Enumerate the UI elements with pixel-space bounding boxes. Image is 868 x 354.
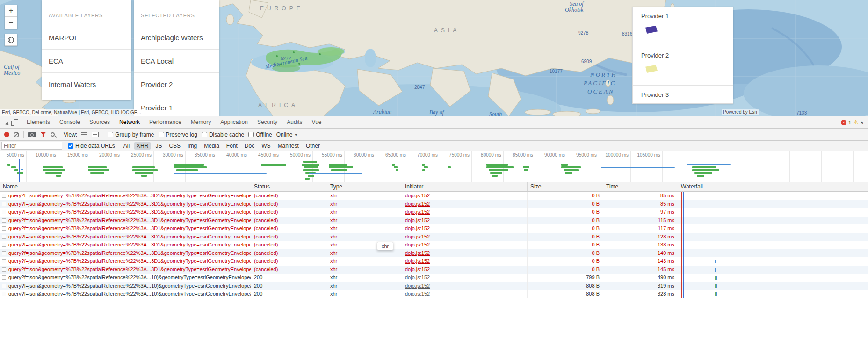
hide-data-urls-checkbox[interactable]: Hide data URLs — [68, 143, 115, 149]
filter-type-ws[interactable]: WS — [259, 142, 273, 150]
overview-bar — [561, 166, 581, 168]
table-row[interactable]: query?f=json&geometry=%7B%22spatialRefer… — [0, 233, 868, 241]
filter-type-js[interactable]: JS — [152, 142, 165, 150]
legend-entry-provider-1[interactable]: Provider 1 — [633, 7, 733, 46]
preserve-log-checkbox[interactable]: Preserve log — [159, 131, 197, 138]
disable-cache-checkbox[interactable]: Disable cache — [202, 131, 244, 138]
tab-elements[interactable]: Elements — [22, 116, 55, 128]
initiator-link[interactable]: dojo.js:152 — [405, 193, 430, 198]
available-layer-eca[interactable]: ECA — [42, 49, 131, 72]
ruler-label: 85000 ms — [501, 152, 533, 158]
column-header-size[interactable]: Size — [528, 182, 603, 191]
table-row[interactable]: query?f=json&geometry=%7B%22spatialRefer… — [0, 266, 868, 274]
clear-icon[interactable] — [14, 132, 19, 137]
small-request-rows-icon[interactable] — [81, 132, 87, 137]
file-icon — [2, 259, 6, 263]
ruler-label: 55000 ms — [311, 152, 342, 158]
table-row[interactable]: query?f=json&geometry=%7B%22spatialRefer… — [0, 282, 868, 290]
selected-layer-provider-2[interactable]: Provider 2 — [134, 72, 219, 96]
group-by-frame-checkbox[interactable]: Group by frame — [108, 131, 154, 138]
filter-funnel-icon[interactable] — [40, 132, 46, 137]
table-row[interactable]: query?f=json&geometry=%7B%22spatialRefer… — [0, 249, 868, 258]
filter-type-media[interactable]: Media — [201, 142, 222, 150]
selected-layer-eca-local[interactable]: ECA Local — [134, 49, 219, 72]
column-header-type[interactable]: Type — [327, 182, 402, 191]
tab-security[interactable]: Security — [253, 116, 282, 128]
initiator-link[interactable]: dojo.js:152 — [405, 291, 430, 296]
request-status: (canceled) — [251, 217, 327, 225]
home-extent-button[interactable] — [5, 34, 17, 46]
selected-layer-provider-1[interactable]: Provider 1 — [134, 96, 219, 116]
table-row[interactable]: query?f=json&geometry=%7B%22spatialRefer… — [0, 200, 868, 209]
tab-audits[interactable]: Audits — [282, 116, 307, 128]
filter-type-other[interactable]: Other — [303, 142, 323, 150]
warning-icon[interactable]: ⚠ — [853, 119, 859, 125]
request-type: xhr — [327, 282, 402, 290]
preserve-log-input[interactable] — [159, 132, 164, 137]
filter-type-css[interactable]: CSS — [166, 142, 183, 150]
map-view[interactable]: NORTHEUROPEASIAAFRICASea ofOkhotskMedite… — [0, 0, 868, 116]
available-layer-internal-waters[interactable]: Internal Waters — [42, 72, 131, 96]
request-waterfall-cell — [678, 257, 868, 266]
tab-console[interactable]: Console — [55, 116, 85, 128]
show-overview-icon[interactable] — [92, 132, 99, 137]
filter-type-manifest[interactable]: Manifest — [275, 142, 302, 150]
initiator-link[interactable]: dojo.js:152 — [405, 225, 430, 231]
initiator-link[interactable]: dojo.js:152 — [405, 258, 430, 264]
overview-bar — [303, 169, 319, 171]
initiator-link[interactable]: dojo.js:152 — [405, 201, 430, 207]
record-button[interactable] — [4, 132, 9, 137]
table-row[interactable]: query?f=json&geometry=%7B%22spatialRefer… — [0, 257, 868, 266]
column-header-waterfall[interactable]: Waterfall — [678, 182, 868, 191]
legend-entry-provider-3[interactable]: Provider 3 — [633, 86, 733, 104]
table-row[interactable]: query?f=json&geometry=%7B%22spatialRefer… — [0, 290, 868, 298]
offline-checkbox[interactable]: Offline — [248, 131, 272, 138]
table-row[interactable]: query?f=json&geometry=%7B%22spatialRefer… — [0, 224, 868, 233]
initiator-link[interactable]: dojo.js:152 — [405, 250, 430, 256]
initiator-link[interactable]: dojo.js:152 — [405, 242, 430, 247]
filter-type-xhr[interactable]: XHR — [134, 142, 151, 150]
column-header-name[interactable]: Name — [0, 182, 251, 191]
device-toolbar-icon[interactable] — [14, 119, 18, 125]
filter-type-all[interactable]: All — [121, 142, 132, 150]
throttling-select[interactable]: Online ▾ — [276, 131, 297, 138]
initiator-link[interactable]: dojo.js:152 — [405, 217, 430, 223]
column-header-status[interactable]: Status — [251, 182, 327, 191]
initiator-link[interactable]: dojo.js:152 — [405, 267, 430, 272]
offline-input[interactable] — [248, 132, 254, 137]
initiator-link[interactable]: dojo.js:152 — [405, 275, 430, 280]
filter-type-img[interactable]: Img — [185, 142, 200, 150]
filter-type-doc[interactable]: Doc — [242, 142, 257, 150]
filter-type-font[interactable]: Font — [224, 142, 240, 150]
group-by-frame-input[interactable] — [108, 132, 113, 137]
table-row[interactable]: query?f=json&geometry=%7B%22spatialRefer… — [0, 192, 868, 200]
zoom-in-button[interactable]: + — [5, 5, 17, 17]
tab-memory[interactable]: Memory — [186, 116, 216, 128]
tab-application[interactable]: Application — [216, 116, 253, 128]
table-row[interactable]: query?f=json&geometry=%7B%22spatialRefer… — [0, 208, 868, 217]
initiator-link[interactable]: dojo.js:152 — [405, 209, 430, 215]
table-row[interactable]: query?f=json&geometry=%7B%22spatialRefer… — [0, 274, 868, 282]
disable-cache-input[interactable] — [202, 132, 207, 137]
tab-sources[interactable]: Sources — [85, 116, 115, 128]
hide-data-urls-input[interactable] — [68, 143, 73, 149]
error-icon[interactable]: × — [841, 120, 846, 125]
zoom-out-button[interactable]: − — [5, 17, 17, 29]
tab-network[interactable]: Network — [115, 116, 145, 128]
capture-screenshots-icon[interactable] — [28, 132, 36, 137]
column-header-initiator[interactable]: Initiator — [402, 182, 528, 191]
legend-entry-provider-2[interactable]: Provider 2 — [633, 46, 733, 86]
initiator-link[interactable]: dojo.js:152 — [405, 283, 430, 289]
table-row[interactable]: query?f=json&geometry=%7B%22spatialRefer… — [0, 241, 868, 249]
inspect-element-icon[interactable] — [4, 120, 9, 125]
column-header-time[interactable]: Time — [603, 182, 678, 191]
selected-layer-archipelagic-waters[interactable]: Archipelagic Waters — [134, 26, 219, 49]
table-row[interactable]: query?f=json&geometry=%7B%22spatialRefer… — [0, 217, 868, 225]
tab-performance[interactable]: Performance — [145, 116, 186, 128]
initiator-link[interactable]: dojo.js:152 — [405, 234, 430, 239]
filter-input[interactable] — [1, 142, 62, 150]
tab-vue[interactable]: Vue — [307, 116, 326, 128]
network-overview[interactable]: 5000 ms10000 ms15000 ms20000 ms25000 ms3… — [0, 151, 868, 182]
available-layer-marpol[interactable]: MARPOL — [42, 26, 131, 49]
search-icon[interactable] — [51, 132, 55, 137]
